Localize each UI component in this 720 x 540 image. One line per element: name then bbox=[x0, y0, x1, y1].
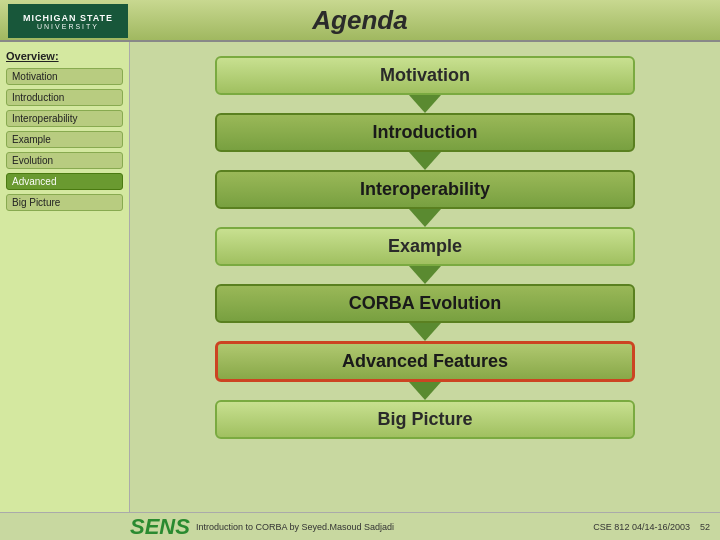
footer-info: CSE 812 04/14-16/2003 52 bbox=[593, 522, 710, 532]
footer-text: Introduction to CORBA by Seyed.Masoud Sa… bbox=[196, 522, 394, 532]
msu-line2: UNIVERSITY bbox=[37, 23, 99, 30]
page-number: 52 bbox=[700, 522, 710, 532]
agenda-item-big-picture: Big Picture bbox=[215, 400, 635, 439]
agenda-item-corba-evolution: CORBA Evolution bbox=[215, 284, 635, 323]
agenda-item-interoperability: Interoperability bbox=[215, 170, 635, 209]
sidebar-item-evolution[interactable]: Evolution bbox=[6, 152, 123, 169]
arrow-5 bbox=[409, 382, 441, 400]
sidebar-item-interoperability[interactable]: Interoperability bbox=[6, 110, 123, 127]
agenda-item-example: Example bbox=[215, 227, 635, 266]
course-label: CSE 812 bbox=[593, 522, 629, 532]
page-title: Agenda bbox=[312, 5, 407, 36]
footer: SENS Introduction to CORBA by Seyed.Maso… bbox=[0, 512, 720, 540]
footer-left: SENS Introduction to CORBA by Seyed.Maso… bbox=[130, 514, 394, 540]
msu-logo: MICHIGAN STATE UNIVERSITY bbox=[8, 4, 128, 38]
arrow-0 bbox=[409, 95, 441, 113]
arrow-4 bbox=[409, 323, 441, 341]
header: MICHIGAN STATE UNIVERSITY Agenda bbox=[0, 0, 720, 42]
main-layout: Overview: MotivationIntroductionInterope… bbox=[0, 42, 720, 540]
sidebar: Overview: MotivationIntroductionInterope… bbox=[0, 42, 130, 540]
sidebar-item-example[interactable]: Example bbox=[6, 131, 123, 148]
sens-logo: SENS bbox=[130, 514, 190, 540]
sidebar-item-introduction[interactable]: Introduction bbox=[6, 89, 123, 106]
agenda-item-motivation: Motivation bbox=[215, 56, 635, 95]
date-label: 04/14-16/2003 bbox=[632, 522, 690, 532]
sidebar-item-motivation[interactable]: Motivation bbox=[6, 68, 123, 85]
arrow-1 bbox=[409, 152, 441, 170]
agenda-item-advanced-features: Advanced Features bbox=[215, 341, 635, 382]
overview-label: Overview: bbox=[6, 50, 123, 62]
msu-line1: MICHIGAN STATE bbox=[23, 13, 113, 23]
sidebar-item-advanced[interactable]: Advanced bbox=[6, 173, 123, 190]
arrow-3 bbox=[409, 266, 441, 284]
arrow-2 bbox=[409, 209, 441, 227]
sidebar-item-big-picture[interactable]: Big Picture bbox=[6, 194, 123, 211]
content-area: MotivationIntroductionInteroperabilityEx… bbox=[130, 42, 720, 540]
agenda-item-introduction: Introduction bbox=[215, 113, 635, 152]
